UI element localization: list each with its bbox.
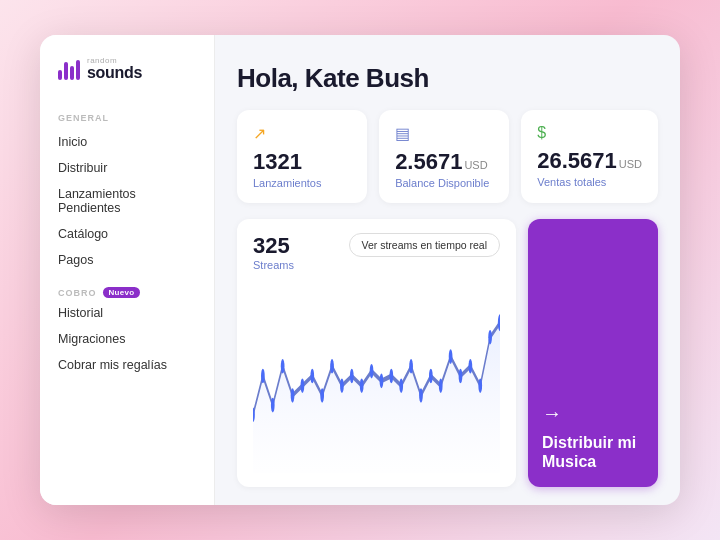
- logo-area: random sounds: [40, 57, 214, 103]
- svg-point-2: [271, 398, 275, 413]
- launch-icon: ↗: [253, 124, 351, 143]
- svg-point-24: [488, 330, 492, 345]
- sidebar-item-label: Inicio: [58, 135, 87, 149]
- sidebar-cobro-section: COBRO Nuevo Historial Migraciones Cobrar…: [40, 277, 214, 382]
- streams-value: 325: [253, 233, 294, 259]
- sidebar-item-label: Lanzamientos Pendientes: [58, 187, 196, 215]
- balance-icon: ▤: [395, 124, 493, 143]
- main-content: Hola, Kate Bush ↗ 1321 Lanzamientos ▤ 2.…: [215, 35, 680, 505]
- svg-point-12: [370, 364, 374, 379]
- stats-cards-row: ↗ 1321 Lanzamientos ▤ 2.5671 USD Balance…: [237, 110, 658, 203]
- distribute-arrow: →: [542, 402, 644, 425]
- svg-point-21: [459, 369, 463, 384]
- svg-point-13: [380, 374, 384, 389]
- sidebar-cobro-label: COBRO: [58, 288, 97, 298]
- sidebar-item-historial[interactable]: Historial: [58, 300, 196, 326]
- cobro-row: COBRO Nuevo: [58, 287, 196, 298]
- svg-point-4: [291, 388, 295, 403]
- sidebar: random sounds GENERAL Inicio Distribuir …: [40, 35, 215, 505]
- sidebar-item-label: Migraciones: [58, 332, 125, 346]
- svg-point-18: [429, 369, 433, 384]
- streams-label: Streams: [253, 259, 294, 271]
- sales-icon: $: [537, 124, 642, 142]
- logo-icon: [58, 58, 80, 80]
- svg-point-10: [350, 369, 354, 384]
- balance-value: 2.5671 USD: [395, 149, 493, 175]
- ventas-value: 26.5671 USD: [537, 148, 642, 174]
- sidebar-item-catalogo[interactable]: Catálogo: [58, 221, 196, 247]
- streams-card: 325 Streams Ver streams en tiempo real: [237, 219, 516, 487]
- sidebar-general-label: GENERAL: [58, 113, 196, 123]
- svg-point-19: [439, 378, 443, 393]
- svg-point-23: [478, 378, 482, 393]
- bottom-row: 325 Streams Ver streams en tiempo real: [237, 219, 658, 487]
- chart-area: [253, 279, 500, 473]
- card-ventas: $ 26.5671 USD Ventas totales: [521, 110, 658, 203]
- streams-chart: [253, 279, 500, 473]
- svg-point-9: [340, 378, 344, 393]
- svg-point-20: [449, 349, 453, 364]
- sidebar-item-distribuir[interactable]: Distribuir: [58, 155, 196, 181]
- svg-point-16: [409, 359, 413, 374]
- sidebar-general-section: GENERAL Inicio Distribuir Lanzamientos P…: [40, 103, 214, 277]
- lanzamientos-label: Lanzamientos: [253, 177, 351, 189]
- sidebar-item-lanzamientos[interactable]: Lanzamientos Pendientes: [58, 181, 196, 221]
- logo-text: random sounds: [87, 57, 142, 81]
- svg-point-8: [330, 359, 334, 374]
- streams-header: 325 Streams Ver streams en tiempo real: [253, 233, 500, 271]
- distribute-card[interactable]: → Distribuir mi Musica: [528, 219, 658, 487]
- sidebar-item-label: Historial: [58, 306, 103, 320]
- sidebar-item-label: Cobrar mis regalías: [58, 358, 167, 372]
- page-title: Hola, Kate Bush: [237, 63, 658, 94]
- logo-sounds: sounds: [87, 65, 142, 81]
- svg-point-3: [281, 359, 285, 374]
- balance-label: Balance Disponible: [395, 177, 493, 189]
- svg-point-1: [261, 369, 265, 384]
- badge-nuevo: Nuevo: [103, 287, 141, 298]
- sidebar-item-migraciones[interactable]: Migraciones: [58, 326, 196, 352]
- svg-point-14: [389, 369, 393, 384]
- sidebar-item-label: Distribuir: [58, 161, 107, 175]
- streams-left: 325 Streams: [253, 233, 294, 271]
- sidebar-item-label: Catálogo: [58, 227, 108, 241]
- svg-point-6: [310, 369, 314, 384]
- app-window: random sounds GENERAL Inicio Distribuir …: [40, 35, 680, 505]
- svg-point-22: [469, 359, 473, 374]
- card-lanzamientos: ↗ 1321 Lanzamientos: [237, 110, 367, 203]
- sidebar-item-inicio[interactable]: Inicio: [58, 129, 196, 155]
- sidebar-item-pagos[interactable]: Pagos: [58, 247, 196, 273]
- sidebar-item-label: Pagos: [58, 253, 93, 267]
- svg-point-7: [320, 388, 324, 403]
- svg-point-11: [360, 378, 364, 393]
- realtime-button[interactable]: Ver streams en tiempo real: [349, 233, 500, 257]
- svg-point-15: [399, 378, 403, 393]
- card-balance: ▤ 2.5671 USD Balance Disponible: [379, 110, 509, 203]
- ventas-label: Ventas totales: [537, 176, 642, 188]
- distribute-text: Distribuir mi Musica: [542, 433, 644, 471]
- lanzamientos-value: 1321: [253, 149, 351, 175]
- svg-point-17: [419, 388, 423, 403]
- svg-point-5: [301, 378, 305, 393]
- sidebar-item-cobrar[interactable]: Cobrar mis regalías: [58, 352, 196, 378]
